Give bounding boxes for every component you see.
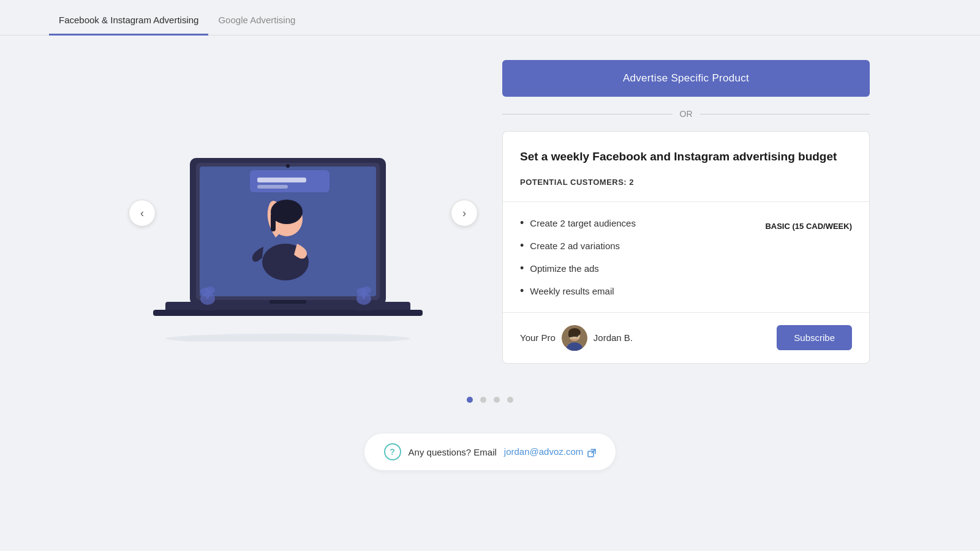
feature-3: Optimize the ads [520,262,636,275]
card-title: Set a weekly Facebook and Instagram adve… [520,149,852,165]
card-top: Set a weekly Facebook and Instagram adve… [503,132,869,202]
svg-point-34 [576,335,578,337]
feature-2: Create 2 ad variations [520,239,636,252]
feature-4: Weekly results email [520,285,636,298]
laptop-illustration [129,84,447,342]
avatar [562,325,587,351]
chevron-left-icon: ‹ [140,207,144,220]
pro-name: Jordan B. [594,332,633,343]
external-link-icon [587,449,596,457]
your-pro-label: Your Pro [520,332,556,343]
card-bottom: Your Pro [503,313,869,363]
tabs-bar: Facebook & Instagram Advertising Google … [0,0,980,36]
dot-1[interactable] [467,397,473,403]
subscription-card: Set a weekly Facebook and Instagram adve… [502,131,870,364]
chevron-right-icon: › [462,207,466,220]
svg-point-0 [165,334,410,342]
svg-point-15 [205,287,215,294]
svg-rect-23 [257,178,306,182]
dot-3[interactable] [494,397,500,403]
svg-rect-2 [153,310,423,316]
features-list: Create 2 target audiences Create 2 ad va… [520,217,636,298]
card-middle: Create 2 target audiences Create 2 ad va… [503,202,869,313]
main-content: ‹ [61,36,919,391]
right-panel: Advertise Specific Product OR Set a week… [502,60,870,364]
footer-email: jordan@advoz.com [504,446,583,457]
plan-badge: BASIC (15 CAD/WEEK) [765,217,852,231]
svg-point-26 [286,164,290,168]
svg-rect-24 [257,185,288,189]
tab-google[interactable]: Google Advertising [208,6,305,36]
svg-rect-25 [270,300,306,304]
dot-4[interactable] [507,397,513,403]
subscribe-button[interactable]: Subscribe [777,325,852,350]
question-icon: ? [384,443,401,460]
carousel-dots [467,397,513,403]
prev-arrow[interactable]: ‹ [129,200,156,227]
pro-section: Your Pro [520,325,633,351]
feature-1: Create 2 target audiences [520,217,636,230]
potential-customers: POTENTIAL CUSTOMERS: 2 [520,178,852,187]
tab-fb-instagram[interactable]: Facebook & Instagram Advertising [49,6,208,36]
or-label: OR [680,109,693,119]
next-arrow[interactable]: › [451,200,478,227]
svg-rect-9 [271,213,276,231]
potential-customers-label: POTENTIAL CUSTOMERS: [520,178,627,187]
potential-customers-value: 2 [629,178,634,187]
footer-question-bar: ? Any questions? Email jordan@advoz.com [364,433,616,470]
page-container: Facebook & Instagram Advertising Google … [0,0,980,551]
illustration-area: ‹ [110,60,466,366]
svg-point-21 [361,287,371,294]
footer-question-text: Any questions? Email [409,447,497,457]
or-divider: OR [502,107,870,121]
footer-email-link[interactable]: jordan@advoz.com [504,446,597,457]
svg-point-33 [571,335,573,337]
advertise-specific-product-button[interactable]: Advertise Specific Product [502,60,870,97]
dot-2[interactable] [480,397,486,403]
